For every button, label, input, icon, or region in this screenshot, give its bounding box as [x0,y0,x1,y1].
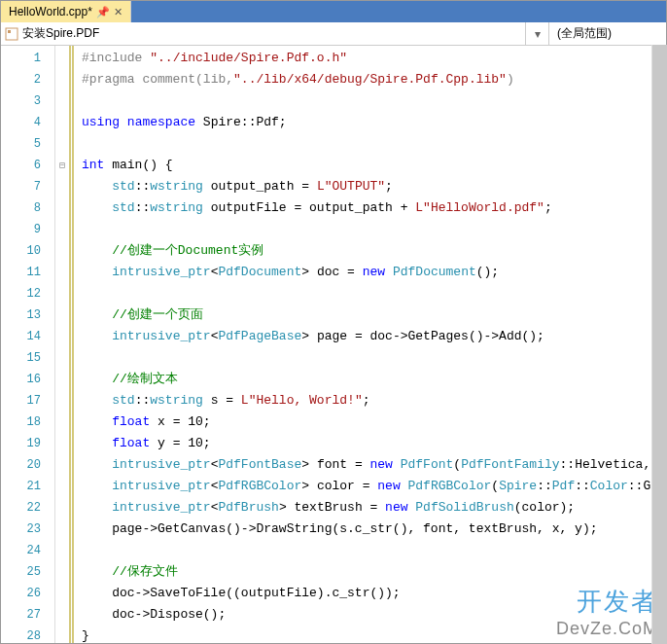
fold-marker [55,219,69,240]
code-line[interactable]: #include "../include/Spire.Pdf.o.h" [82,48,666,69]
line-number: 23 [1,519,54,540]
code-line[interactable]: intrusive_ptr<PdfRGBColor> color = new P… [82,476,666,497]
fold-marker [55,390,69,411]
code-editor[interactable]: 1234567891011121314151617181920212223242… [1,46,666,643]
fold-marker[interactable]: ⊟ [55,155,69,176]
code-line[interactable]: doc->SaveToFile((outputFile).c_str()); [82,583,666,604]
fold-marker [55,540,69,561]
fold-marker [55,197,69,219]
code-line[interactable]: int main() { [82,155,666,176]
line-number: 26 [1,583,54,604]
fold-marker [55,433,69,454]
code-line[interactable]: //创建一个页面 [82,304,666,326]
code-line[interactable]: std::wstring outputFile = output_path + … [82,197,666,219]
code-line[interactable] [82,540,666,561]
code-line[interactable]: std::wstring output_path = L"OUTPUT"; [82,176,666,197]
line-number: 24 [1,540,54,561]
code-line[interactable]: intrusive_ptr<PdfDocument> doc = new Pdf… [82,262,666,283]
line-number: 8 [1,197,54,219]
line-number: 22 [1,497,54,519]
code-line[interactable]: intrusive_ptr<PdfBrush> textBrush = new … [82,497,666,519]
code-line[interactable]: using namespace Spire::Pdf; [82,112,666,133]
code-line[interactable]: page->GetCanvas()->DrawString(s.c_str(),… [82,519,666,540]
fold-marker [55,48,69,69]
fold-marker [55,133,69,155]
code-line[interactable]: float y = 10; [82,433,666,454]
fold-marker [55,112,69,133]
line-number-gutter: 1234567891011121314151617181920212223242… [1,46,55,643]
navigation-bar: 安装Spire.PDF ▾ (全局范围) [1,22,666,46]
chevron-down-icon: ▾ [535,27,541,41]
code-line[interactable]: float x = 10; [82,411,666,433]
code-line[interactable]: //绘制文本 [82,369,666,390]
fold-marker [55,69,69,90]
scroll-thumb[interactable] [652,45,667,644]
fold-marker [55,176,69,197]
fold-marker [55,476,69,497]
line-number: 10 [1,240,54,262]
line-number: 14 [1,326,54,347]
code-line[interactable]: intrusive_ptr<PdfFontBase> font = new Pd… [82,454,666,476]
fold-marker [55,262,69,283]
code-line[interactable]: //创建一个Document实例 [82,240,666,262]
line-number: 9 [1,219,54,240]
fold-marker [55,626,69,644]
code-line[interactable]: #pragma comment(lib,"../lib/x64/debug/Sp… [82,69,666,90]
tab-bar: HelloWorld.cpp* 📌 ✕ [1,1,666,22]
fold-marker [55,583,69,604]
svg-rect-0 [6,28,18,40]
line-number: 12 [1,283,54,304]
fold-marker [55,347,69,369]
code-line[interactable] [82,133,666,155]
line-number: 5 [1,133,54,155]
line-number: 6 [1,155,54,176]
line-number: 4 [1,112,54,133]
pin-icon[interactable]: 📌 [96,6,110,18]
code-line[interactable] [82,283,666,304]
fold-marker [55,497,69,519]
code-line[interactable]: //保存文件 [82,561,666,583]
code-line[interactable] [82,347,666,369]
code-line[interactable] [82,90,666,112]
active-tab[interactable]: HelloWorld.cpp* 📌 ✕ [1,1,131,22]
tab-title: HelloWorld.cpp* [9,5,92,18]
line-number: 21 [1,476,54,497]
line-number: 1 [1,48,54,69]
code-line[interactable] [82,219,666,240]
line-number: 13 [1,304,54,326]
svg-rect-1 [8,30,11,33]
code-line[interactable]: std::wstring s = L"Hello, World!"; [82,390,666,411]
fold-marker [55,454,69,476]
code-line[interactable]: intrusive_ptr<PdfPageBase> page = doc->G… [82,326,666,347]
line-number: 18 [1,411,54,433]
nav-dropdown-left[interactable]: ▾ [526,22,549,45]
close-icon[interactable]: ✕ [114,6,123,18]
module-icon [5,27,18,41]
line-number: 3 [1,90,54,112]
line-number: 16 [1,369,54,390]
fold-marker [55,519,69,540]
nav-right-label: (全局范围) [557,25,612,42]
line-number: 27 [1,604,54,626]
nav-scope-left[interactable]: 安装Spire.PDF [1,22,526,45]
line-number: 25 [1,561,54,583]
nav-left-label: 安装Spire.PDF [22,25,99,42]
code-line[interactable]: } [82,626,666,643]
fold-marker [55,411,69,433]
code-line[interactable]: doc->Dispose(); [82,604,666,626]
line-number: 15 [1,347,54,369]
fold-marker [55,90,69,112]
fold-marker [55,240,69,262]
code-area[interactable]: #include "../include/Spire.Pdf.o.h"#prag… [74,46,666,643]
fold-marker [55,326,69,347]
line-number: 7 [1,176,54,197]
line-number: 20 [1,454,54,476]
nav-scope-right[interactable]: (全局范围) [549,22,666,45]
fold-marker [55,561,69,583]
line-number: 28 [1,626,54,644]
fold-marker [55,304,69,326]
vertical-scrollbar[interactable] [651,45,667,644]
line-number: 2 [1,69,54,90]
line-number: 17 [1,390,54,411]
fold-marker [55,604,69,626]
